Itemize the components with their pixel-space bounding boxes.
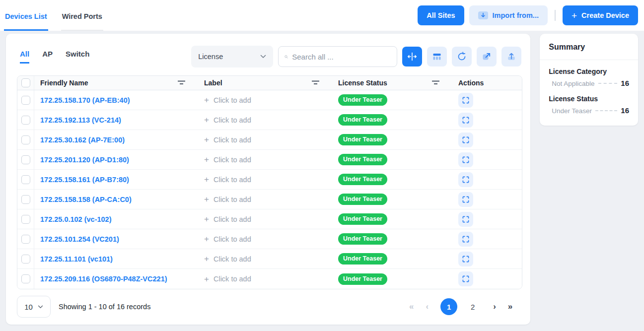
plus-icon: +: [572, 11, 577, 20]
filter-icon[interactable]: [178, 80, 185, 85]
device-link[interactable]: 172.25.158.161 (AP-B7:80): [40, 176, 129, 184]
device-link[interactable]: 172.25.30.162 (AP-7E:00): [40, 136, 125, 144]
chevron-down-icon: [38, 305, 43, 309]
search-input[interactable]: [292, 53, 391, 61]
last-page-button[interactable]: »: [508, 302, 512, 312]
expand-row-button[interactable]: [458, 132, 473, 147]
row-checkbox[interactable]: [21, 195, 30, 204]
license-filter-select[interactable]: License: [191, 46, 273, 67]
create-device-button[interactable]: + Create Device: [563, 5, 638, 25]
export-button[interactable]: [477, 47, 497, 66]
device-link[interactable]: 172.25.11.101 (vc101): [40, 255, 113, 263]
row-checkbox[interactable]: [21, 235, 30, 244]
device-link[interactable]: 172.25.158.170 (AP-EB:40): [40, 96, 130, 104]
next-page-button[interactable]: ›: [493, 302, 496, 312]
click-to-add-label: Click to add: [214, 275, 251, 283]
table-row: 172.25.101.254 (VC201) + Click to add Un…: [17, 229, 522, 249]
plus-icon: +: [204, 175, 209, 184]
friendly-name-cell: 172.25.158.158 (AP-CA:C0): [34, 190, 198, 209]
expand-row-button[interactable]: [458, 212, 473, 227]
select-all-checkbox[interactable]: [21, 78, 30, 87]
page-size-select[interactable]: 10: [17, 296, 51, 318]
summary-item-value: 16: [621, 106, 629, 115]
label-add-cell[interactable]: + Click to add: [198, 269, 332, 289]
device-link[interactable]: 172.25.201.120 (AP-D1:80): [40, 156, 129, 164]
tab-wired-ports[interactable]: Wired Ports: [61, 0, 103, 31]
expand-row-button[interactable]: [458, 172, 473, 187]
filter-tab-switch[interactable]: Switch: [66, 50, 89, 64]
first-page-button[interactable]: «: [409, 302, 414, 312]
row-checkbox[interactable]: [21, 116, 30, 125]
page-button-2[interactable]: 2: [464, 298, 481, 315]
search-box: [278, 46, 397, 67]
label-add-cell[interactable]: + Click to add: [198, 229, 332, 249]
table-toolbar: AllAPSwitch License: [12, 34, 524, 75]
label-add-cell[interactable]: + Click to add: [198, 130, 332, 149]
expand-row-button[interactable]: [458, 252, 473, 266]
click-to-add-label: Click to add: [214, 215, 251, 223]
filter-icon[interactable]: [432, 80, 439, 85]
table-row: 172.25.201.120 (AP-D1:80) + Click to add…: [17, 150, 522, 170]
column-label-label: Label: [204, 79, 222, 87]
click-to-add-label: Click to add: [214, 196, 251, 203]
click-to-add-label: Click to add: [214, 156, 251, 164]
expand-icon: [462, 275, 470, 283]
fit-columns-button[interactable]: [402, 47, 422, 66]
device-link[interactable]: 172.25.192.113 (VC-214): [40, 116, 121, 124]
device-link[interactable]: 172.25.209.116 (OS6870-P48Z-VC221): [40, 275, 167, 283]
expand-row-button[interactable]: [458, 93, 473, 108]
row-checkbox[interactable]: [21, 274, 30, 283]
summary-item-label: Not Applicable: [552, 80, 594, 87]
row-checkbox[interactable]: [21, 175, 30, 184]
header-checkbox-cell: [17, 76, 34, 90]
label-add-cell[interactable]: + Click to add: [198, 90, 332, 110]
summary-group-heading: License Status: [549, 95, 629, 103]
device-link[interactable]: 172.25.158.158 (AP-CA:C0): [40, 196, 132, 203]
label-add-cell[interactable]: + Click to add: [198, 209, 332, 229]
expand-row-button[interactable]: [458, 232, 473, 247]
filter-tab-ap[interactable]: AP: [42, 50, 53, 64]
expand-row-button[interactable]: [458, 271, 473, 286]
expand-row-button[interactable]: [458, 192, 473, 207]
click-to-add-label: Click to add: [214, 255, 251, 263]
chevron-down-icon: [260, 55, 266, 59]
device-link[interactable]: 172.25.0.102 (vc-102): [40, 215, 112, 223]
tab-devices-list[interactable]: Devices List: [4, 0, 48, 31]
license-status-cell: Under Teaser: [332, 249, 452, 268]
row-checkbox-cell: [17, 90, 34, 110]
expand-icon: [462, 96, 470, 104]
label-add-cell[interactable]: + Click to add: [198, 150, 332, 169]
friendly-name-cell: 172.25.101.254 (VC201): [34, 229, 198, 249]
page-button-1[interactable]: 1: [440, 298, 457, 315]
column-actions-label: Actions: [458, 79, 484, 87]
row-checkbox[interactable]: [21, 155, 30, 164]
upload-button[interactable]: [501, 47, 521, 66]
actions-cell: [452, 249, 522, 268]
label-add-cell[interactable]: + Click to add: [198, 170, 332, 189]
columns-button[interactable]: [427, 47, 447, 66]
label-add-cell[interactable]: + Click to add: [198, 249, 332, 268]
summary-groups: License Category Not Applicable 16 Licen…: [549, 67, 629, 115]
import-button[interactable]: Import from...: [469, 5, 548, 25]
row-checkbox[interactable]: [21, 215, 30, 224]
expand-row-button[interactable]: [458, 113, 473, 128]
row-checkbox[interactable]: [21, 135, 30, 144]
expand-row-button[interactable]: [458, 152, 473, 167]
filter-icon[interactable]: [312, 80, 319, 85]
summary-item: Not Applicable 16: [552, 79, 629, 87]
label-add-cell[interactable]: + Click to add: [198, 110, 332, 130]
filter-tab-all[interactable]: All: [20, 50, 29, 64]
license-status-badge: Under Teaser: [338, 253, 387, 265]
dotted-leader: [598, 83, 618, 84]
button-divider: [555, 10, 556, 21]
prev-page-button[interactable]: ‹: [426, 302, 429, 312]
refresh-button[interactable]: [452, 47, 472, 66]
row-checkbox[interactable]: [21, 96, 30, 105]
plus-icon: +: [204, 116, 209, 124]
label-add-cell[interactable]: + Click to add: [198, 190, 332, 209]
import-label: Import from...: [493, 11, 539, 19]
device-link[interactable]: 172.25.101.254 (VC201): [40, 235, 119, 243]
all-sites-button[interactable]: All Sites: [418, 5, 464, 25]
row-checkbox-cell: [17, 229, 34, 249]
row-checkbox[interactable]: [21, 255, 30, 264]
